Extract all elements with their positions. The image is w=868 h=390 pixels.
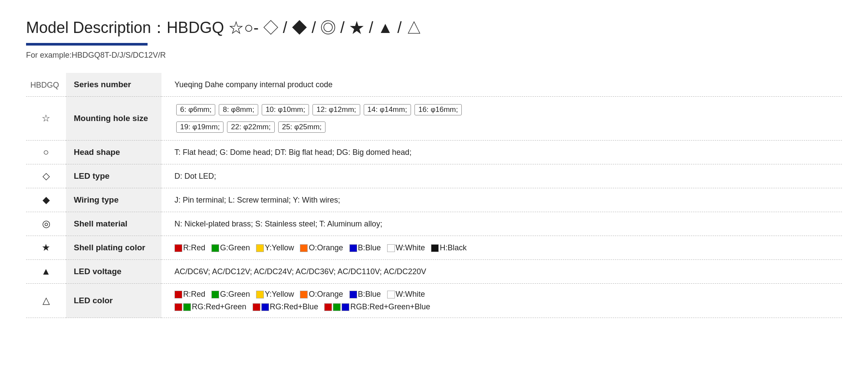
desc-plain-text: AC/DC6V; AC/DC12V; AC/DC24V; AC/DC36V; A… [174, 267, 838, 276]
hole-size-box: 10: φ10mm; [262, 104, 309, 115]
row-description: AC/DC6V; AC/DC12V; AC/DC24V; AC/DC36V; A… [161, 260, 842, 284]
double-circle-icon: ◎ [26, 212, 66, 236]
color-swatch [211, 244, 219, 252]
hole-size-box: 12: φ12mm; [312, 104, 360, 115]
table-row: ◇LED typeD: Dot LED; [26, 164, 842, 188]
desc-plain-text: Yueqing Dahe company internal product co… [174, 80, 838, 89]
desc-plain-text: N: Nickel-plated brass; S: Stainless ste… [174, 220, 838, 229]
series-prefix-label: HBDGQ [26, 73, 66, 97]
color-item: Y:Yellow [256, 243, 294, 252]
color-swatch [349, 291, 357, 298]
color-item: R:Red [174, 290, 205, 299]
color-swatch [261, 303, 269, 311]
desc-boxes: 19: φ19mm;22: φ22mm;25: φ25mm; [174, 120, 838, 134]
color-label: Y:Yellow [265, 290, 294, 298]
color-combo-label: RG:Red+Green [192, 302, 247, 311]
star-outline-icon: ☆ [26, 97, 66, 141]
hole-size-box: 6: φ6mm; [176, 104, 215, 115]
color-item: R:Red [174, 243, 205, 252]
row-label: LED voltage [66, 260, 161, 284]
color-combo-label: RG:Red+Blue [270, 302, 319, 311]
table-row: △LED colorR:RedG:GreenY:YellowO:OrangeB:… [26, 284, 842, 318]
color-combo-label: RGB:Red+Green+Blue [350, 302, 430, 311]
row-description: R:RedG:GreenY:YellowO:OrangeB:BlueW:Whit… [161, 236, 842, 260]
circle-outline-icon: ○ [26, 141, 66, 164]
color-swatch [431, 244, 439, 252]
color-swatch [349, 244, 357, 252]
color-swatch [256, 244, 264, 252]
color-item: O:Orange [300, 243, 343, 252]
color-combo-item: RG:Red+Green [174, 302, 247, 311]
desc-plain-text: J: Pin terminal; L: Screw terminal; Y: W… [174, 196, 838, 205]
color-item: W:White [387, 243, 425, 252]
color-label: Y:Yellow [265, 243, 294, 252]
hole-size-box: 19: φ19mm; [176, 121, 224, 133]
desc-plain-text: D: Dot LED; [174, 172, 838, 181]
color-swatch [333, 303, 341, 311]
color-label: W:White [396, 243, 425, 252]
hole-size-box: 25: φ25mm; [278, 121, 326, 133]
hole-size-box: 16: φ16mm; [414, 104, 462, 115]
color-item: G:Green [211, 290, 250, 299]
desc-color-combos: RG:Red+GreenRG:Red+BlueRGB:Red+Green+Blu… [174, 302, 838, 311]
color-swatch [211, 291, 219, 298]
desc-colors: R:RedG:GreenY:YellowO:OrangeB:BlueW:Whit… [174, 243, 838, 252]
color-label: R:Red [183, 290, 205, 298]
color-label: G:Green [220, 243, 250, 252]
color-combo-item: RGB:Red+Green+Blue [324, 302, 430, 311]
star-filled-icon: ★ [26, 236, 66, 260]
color-swatch [387, 291, 395, 298]
example-text: For example:HBDGQ8T-D/J/S/DC12V/R [26, 51, 842, 60]
color-item: O:Orange [300, 290, 343, 299]
filled-triangle-icon: ▲ [26, 260, 66, 284]
row-description: 6: φ6mm;8: φ8mm;10: φ10mm;12: φ12mm;14: … [161, 97, 842, 141]
row-description: Yueqing Dahe company internal product co… [161, 73, 842, 97]
color-item: Y:Yellow [256, 290, 294, 299]
row-label: Series number [66, 73, 161, 97]
blue-bar-decoration [26, 43, 148, 46]
diamond-filled-icon: ◆ [26, 188, 66, 212]
color-item: W:White [387, 290, 425, 299]
color-swatch [174, 244, 182, 252]
table-row: HBDGQSeries numberYueqing Dahe company i… [26, 73, 842, 97]
diamond-outline-icon: ◇ [26, 164, 66, 188]
color-swatch [342, 303, 349, 311]
color-swatch [183, 303, 191, 311]
desc-plain-text: T: Flat head; G: Dome head; DT: Big flat… [174, 148, 838, 157]
row-description: R:RedG:GreenY:YellowO:OrangeB:BlueW:Whit… [161, 284, 842, 318]
table-row: ★Shell plating colorR:RedG:GreenY:Yellow… [26, 236, 842, 260]
table-row: ○Head shapeT: Flat head; G: Dome head; D… [26, 141, 842, 164]
series-prefix: HBDGQ [30, 81, 59, 89]
row-label: Wiring type [66, 188, 161, 212]
color-label: O:Orange [309, 290, 343, 298]
color-label: R:Red [183, 243, 205, 252]
color-label: G:Green [220, 290, 250, 298]
color-item: H:Black [431, 243, 467, 252]
hole-size-box: 14: φ14mm; [364, 104, 411, 115]
color-label: B:Blue [358, 290, 381, 298]
row-description: J: Pin terminal; L: Screw terminal; Y: W… [161, 188, 842, 212]
model-description-table: HBDGQSeries numberYueqing Dahe company i… [26, 73, 842, 318]
table-row: ☆Mounting hole size6: φ6mm;8: φ8mm;10: φ… [26, 97, 842, 141]
color-swatch [253, 303, 260, 311]
page-title: Model Description：HBDGQ ☆○- ◇ / ◆ / ◎ / … [26, 17, 842, 39]
color-swatch [174, 303, 182, 311]
row-label: Shell plating color [66, 236, 161, 260]
row-label: LED color [66, 284, 161, 318]
color-swatch [324, 303, 332, 311]
color-item: B:Blue [349, 290, 381, 299]
hole-size-box: 8: φ8mm; [219, 104, 258, 115]
row-label: Shell material [66, 212, 161, 236]
table-row: ◆Wiring typeJ: Pin terminal; L: Screw te… [26, 188, 842, 212]
color-swatch [256, 291, 264, 298]
table-row: ◎Shell materialN: Nickel-plated brass; S… [26, 212, 842, 236]
row-label: LED type [66, 164, 161, 188]
color-label: W:White [396, 290, 425, 298]
hole-size-box: 22: φ22mm; [227, 121, 274, 133]
color-item: B:Blue [349, 243, 381, 252]
color-combo-item: RG:Red+Blue [253, 302, 319, 311]
color-swatch [300, 291, 308, 298]
row-label: Head shape [66, 141, 161, 164]
color-label: H:Black [440, 243, 467, 252]
desc-boxes: 6: φ6mm;8: φ8mm;10: φ10mm;12: φ12mm;14: … [174, 103, 838, 117]
